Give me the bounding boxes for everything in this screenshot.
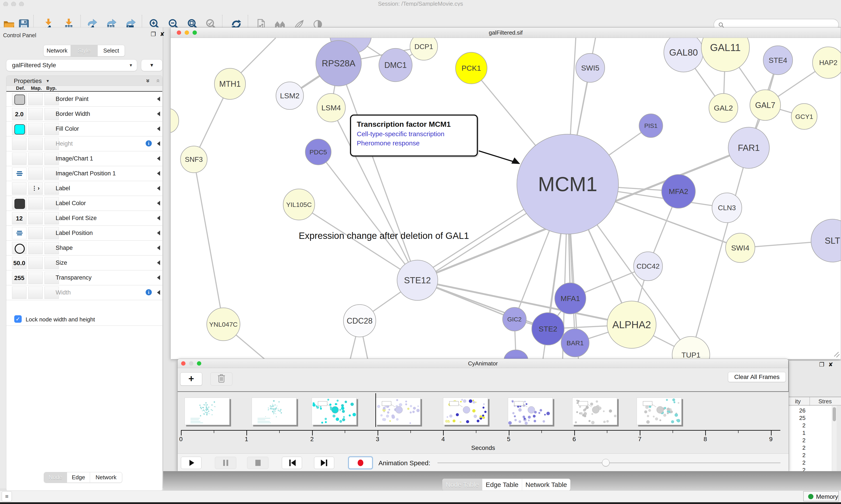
network-node-SLT2[interactable]: SLT	[811, 219, 841, 262]
network-node-MFA1[interactable]: MFA1	[555, 283, 586, 314]
network-node-GAL2[interactable]: GAL2	[709, 93, 738, 122]
style-options-button[interactable]: ▼	[141, 59, 162, 71]
expand-arrow-icon[interactable]	[157, 290, 160, 295]
expand-arrow-icon[interactable]	[157, 275, 160, 280]
network-node-GIC2[interactable]: GIC2	[503, 307, 526, 331]
mapping-value-cell[interactable]	[28, 93, 43, 105]
default-value-cell[interactable]	[12, 287, 26, 299]
table-cell-value[interactable]: 2	[789, 445, 806, 451]
timeline-frame-3-thumbnail[interactable]	[312, 398, 357, 425]
network-node-CDC28[interactable]: CDC28	[343, 305, 376, 337]
expand-arrow-icon[interactable]	[157, 260, 160, 265]
default-value-cell[interactable]	[12, 197, 26, 210]
expand-arrow-icon[interactable]	[157, 141, 160, 146]
timeline-frame-4-thumbnail[interactable]	[376, 398, 420, 425]
network-node-MFA2[interactable]: MFA2	[662, 175, 695, 208]
network-node-CDC42[interactable]: CDC42	[633, 252, 662, 281]
network-node-bottomcut[interactable]	[504, 350, 528, 359]
tab-node-table[interactable]: Node Table	[442, 479, 482, 491]
network-node-FAR1[interactable]: FAR1	[728, 127, 769, 168]
default-value-cell[interactable]	[12, 138, 26, 150]
default-value-cell[interactable]	[12, 182, 26, 195]
network-node-MTH1[interactable]: MTH1	[214, 68, 246, 100]
tab-select[interactable]: Select	[98, 45, 125, 56]
expand-arrow-icon[interactable]	[157, 126, 160, 131]
default-value-cell[interactable]	[12, 242, 26, 254]
previous-frame-button[interactable]	[282, 457, 302, 469]
info-icon[interactable]: i	[146, 140, 152, 146]
network-edge[interactable]	[318, 152, 417, 280]
mapping-value-cell[interactable]	[28, 212, 43, 224]
slider-thumb[interactable]	[602, 459, 609, 466]
expand-all-icon[interactable]: »	[145, 79, 152, 83]
network-node-SWI5[interactable]: SWI5	[576, 53, 605, 82]
network-node-YNL047C[interactable]: YNL047C	[207, 308, 240, 341]
network-node-leftcut[interactable]	[171, 109, 179, 133]
table-cell-value[interactable]: 2	[789, 452, 806, 459]
task-history-button[interactable]: ≡	[2, 491, 12, 501]
network-node-STE4[interactable]: STE4	[763, 46, 793, 75]
default-value-cell[interactable]	[12, 227, 26, 239]
expand-arrow-icon[interactable]	[157, 201, 160, 205]
expand-arrow-icon[interactable]	[157, 246, 160, 250]
expand-arrow-icon[interactable]	[157, 156, 160, 161]
network-edge[interactable]	[194, 159, 223, 324]
network-node-PIS1[interactable]: PIS1	[639, 114, 663, 138]
network-node-LSM2[interactable]: LSM2	[276, 82, 304, 109]
tab-network[interactable]: Network	[43, 45, 71, 56]
default-value-cell[interactable]: 255	[12, 272, 26, 284]
annotation-box[interactable]: Transcription factor MCM1 Cell-type-spec…	[350, 114, 478, 157]
annotation-link-2[interactable]: Pheromone response	[357, 140, 471, 147]
annotation-link-1[interactable]: Cell-type-specific transcription	[357, 130, 471, 138]
mapping-value-cell[interactable]	[28, 257, 43, 269]
mapping-value-cell[interactable]	[28, 108, 43, 120]
table-cell-value[interactable]: 25	[789, 415, 806, 421]
stop-button[interactable]	[247, 457, 269, 469]
network-node-RPS28A[interactable]: RPS28A	[316, 40, 361, 86]
network-canvas[interactable]: RPS28ADMC1DCP1PCK1MTH1LSM2LSM4SNF3PDC5YI…	[171, 38, 841, 359]
scrollbar-thumb[interactable]	[833, 407, 836, 421]
table-scrollbar[interactable]	[832, 406, 837, 473]
network-node-BAR1[interactable]: BAR1	[561, 329, 589, 357]
play-button[interactable]	[181, 457, 201, 469]
lock-size-checkbox[interactable]: ✓	[14, 315, 22, 323]
table-cell-value[interactable]: 2	[789, 422, 806, 429]
float-panel-icon[interactable]: ❐	[819, 362, 824, 367]
col-connectivity[interactable]: ity	[795, 398, 801, 405]
network-node-SWI4[interactable]: SWI4	[726, 233, 755, 263]
network-node-HAP2[interactable]: HAP2	[812, 47, 841, 78]
network-node-PCK1[interactable]: PCK1	[455, 52, 487, 84]
expand-arrow-icon[interactable]	[157, 231, 160, 235]
mapping-value-cell[interactable]	[28, 197, 43, 210]
cyanimator-titlebar[interactable]: CyAnimator	[178, 359, 788, 368]
info-icon[interactable]: i	[146, 289, 152, 295]
record-button[interactable]	[348, 457, 373, 469]
network-node-SNF3[interactable]: SNF3	[180, 146, 207, 173]
timeline-area[interactable]: 0123456789 Seconds	[178, 392, 789, 453]
pause-button[interactable]	[215, 457, 236, 469]
close-panel-icon[interactable]: ✘	[828, 362, 833, 367]
default-value-cell[interactable]: 2.0	[12, 108, 26, 120]
table-cell-value[interactable]: 2	[789, 437, 806, 444]
timeline-frame-2-thumbnail[interactable]	[252, 398, 297, 425]
mapping-value-cell[interactable]	[28, 272, 43, 284]
col-stress[interactable]: Stres	[819, 398, 832, 405]
expand-arrow-icon[interactable]	[157, 171, 160, 176]
memory-button[interactable]: Memory	[803, 491, 839, 501]
network-node-ALPHA2[interactable]: ALPHA2	[607, 301, 656, 348]
network-node-GAL11[interactable]: GAL11	[701, 38, 749, 72]
properties-header[interactable]: Properties ▼ » »	[6, 76, 162, 86]
network-node-GAL7[interactable]: GAL7	[750, 90, 781, 121]
default-value-cell[interactable]	[12, 167, 26, 180]
mapping-value-cell[interactable]	[28, 123, 43, 135]
timeline-frame-5-thumbnail[interactable]	[443, 398, 488, 425]
expand-arrow-icon[interactable]	[157, 186, 160, 191]
resize-grip-icon[interactable]	[834, 352, 839, 357]
mapping-value-cell[interactable]: ⋮›	[28, 182, 43, 195]
network-edge[interactable]	[339, 63, 417, 280]
default-value-cell[interactable]: 50.0	[12, 257, 26, 269]
delete-frame-button[interactable]	[211, 373, 232, 385]
mapping-value-cell[interactable]	[28, 227, 43, 239]
style-select[interactable]: galFiltered Style ▾	[6, 59, 137, 71]
network-node-DCP1[interactable]: DCP1	[410, 38, 437, 60]
